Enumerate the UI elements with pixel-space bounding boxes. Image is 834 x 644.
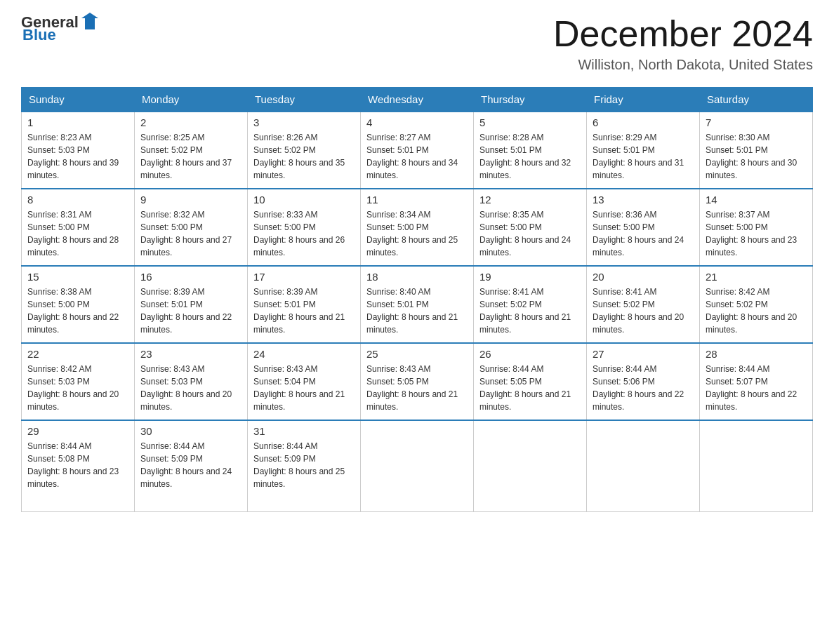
weekday-header-row: SundayMondayTuesdayWednesdayThursdayFrid… (22, 88, 813, 112)
day-info: Sunrise: 8:27 AMSunset: 5:01 PMDaylight:… (366, 131, 468, 182)
day-info: Sunrise: 8:39 AMSunset: 5:01 PMDaylight:… (253, 286, 355, 336)
week-row-1: 1Sunrise: 8:23 AMSunset: 5:03 PMDaylight… (22, 112, 813, 189)
calendar-cell: 18Sunrise: 8:40 AMSunset: 5:01 PMDayligh… (361, 266, 474, 343)
day-info: Sunrise: 8:39 AMSunset: 5:01 PMDaylight:… (140, 286, 241, 336)
day-number: 30 (140, 425, 241, 437)
calendar-cell: 9Sunrise: 8:32 AMSunset: 5:00 PMDaylight… (135, 189, 248, 266)
day-info: Sunrise: 8:43 AMSunset: 5:04 PMDaylight:… (253, 363, 355, 413)
calendar-cell: 14Sunrise: 8:37 AMSunset: 5:00 PMDayligh… (700, 189, 813, 266)
calendar-cell: 26Sunrise: 8:44 AMSunset: 5:05 PMDayligh… (474, 343, 587, 420)
day-info: Sunrise: 8:44 AMSunset: 5:07 PMDaylight:… (706, 363, 807, 413)
title-block: December 2024 Williston, North Dakota, U… (553, 14, 813, 73)
day-number: 31 (253, 425, 355, 437)
day-number: 6 (593, 116, 694, 128)
day-number: 8 (27, 194, 128, 206)
week-row-4: 22Sunrise: 8:42 AMSunset: 5:03 PMDayligh… (22, 343, 813, 420)
calendar-cell: 8Sunrise: 8:31 AMSunset: 5:00 PMDaylight… (22, 189, 135, 266)
day-info: Sunrise: 8:38 AMSunset: 5:00 PMDaylight:… (27, 286, 128, 336)
day-number: 16 (140, 271, 241, 283)
day-info: Sunrise: 8:36 AMSunset: 5:00 PMDaylight:… (593, 208, 694, 259)
day-number: 9 (140, 194, 241, 206)
day-info: Sunrise: 8:43 AMSunset: 5:05 PMDaylight:… (366, 363, 468, 413)
calendar-cell: 28Sunrise: 8:44 AMSunset: 5:07 PMDayligh… (700, 343, 813, 420)
calendar-cell: 1Sunrise: 8:23 AMSunset: 5:03 PMDaylight… (22, 112, 135, 189)
logo-blue-text: Blue (22, 27, 56, 43)
day-info: Sunrise: 8:28 AMSunset: 5:01 PMDaylight:… (479, 131, 581, 182)
week-row-5: 29Sunrise: 8:44 AMSunset: 5:08 PMDayligh… (22, 420, 813, 511)
weekday-header-saturday: Saturday (700, 88, 813, 112)
day-number: 24 (253, 348, 355, 360)
weekday-header-tuesday: Tuesday (248, 88, 361, 112)
calendar-cell: 5Sunrise: 8:28 AMSunset: 5:01 PMDaylight… (474, 112, 587, 189)
day-info: Sunrise: 8:33 AMSunset: 5:00 PMDaylight:… (253, 208, 355, 259)
day-number: 27 (593, 348, 694, 360)
week-row-3: 15Sunrise: 8:38 AMSunset: 5:00 PMDayligh… (22, 266, 813, 343)
logo-flag-icon (80, 11, 100, 31)
day-number: 21 (706, 271, 807, 283)
day-number: 12 (479, 194, 581, 206)
calendar-cell: 21Sunrise: 8:42 AMSunset: 5:02 PMDayligh… (700, 266, 813, 343)
weekday-header-thursday: Thursday (474, 88, 587, 112)
day-info: Sunrise: 8:44 AMSunset: 5:08 PMDaylight:… (27, 440, 128, 490)
calendar-cell: 29Sunrise: 8:44 AMSunset: 5:08 PMDayligh… (22, 420, 135, 511)
day-info: Sunrise: 8:29 AMSunset: 5:01 PMDaylight:… (593, 131, 694, 182)
day-info: Sunrise: 8:23 AMSunset: 5:03 PMDaylight:… (27, 131, 128, 182)
day-number: 11 (366, 194, 468, 206)
calendar-cell: 4Sunrise: 8:27 AMSunset: 5:01 PMDaylight… (361, 112, 474, 189)
day-number: 3 (253, 116, 355, 128)
day-info: Sunrise: 8:43 AMSunset: 5:03 PMDaylight:… (140, 363, 241, 413)
day-info: Sunrise: 8:35 AMSunset: 5:00 PMDaylight:… (479, 208, 581, 259)
day-info: Sunrise: 8:40 AMSunset: 5:01 PMDaylight:… (366, 286, 468, 336)
calendar-cell: 10Sunrise: 8:33 AMSunset: 5:00 PMDayligh… (248, 189, 361, 266)
weekday-header-friday: Friday (587, 88, 700, 112)
day-info: Sunrise: 8:41 AMSunset: 5:02 PMDaylight:… (593, 286, 694, 336)
day-number: 29 (27, 425, 128, 437)
calendar-cell: 17Sunrise: 8:39 AMSunset: 5:01 PMDayligh… (248, 266, 361, 343)
page-header: General Blue December 2024 Williston, No… (21, 14, 813, 73)
day-number: 22 (27, 348, 128, 360)
day-number: 26 (479, 348, 581, 360)
day-info: Sunrise: 8:30 AMSunset: 5:01 PMDaylight:… (706, 131, 807, 182)
day-info: Sunrise: 8:34 AMSunset: 5:00 PMDaylight:… (366, 208, 468, 259)
day-number: 18 (366, 271, 468, 283)
day-info: Sunrise: 8:44 AMSunset: 5:09 PMDaylight:… (140, 440, 241, 490)
day-info: Sunrise: 8:44 AMSunset: 5:05 PMDaylight:… (479, 363, 581, 413)
day-info: Sunrise: 8:37 AMSunset: 5:00 PMDaylight:… (706, 208, 807, 259)
weekday-header-wednesday: Wednesday (361, 88, 474, 112)
day-number: 19 (479, 271, 581, 283)
day-info: Sunrise: 8:32 AMSunset: 5:00 PMDaylight:… (140, 208, 241, 259)
calendar-cell (700, 420, 813, 511)
logo: General Blue (21, 14, 100, 43)
calendar-cell: 23Sunrise: 8:43 AMSunset: 5:03 PMDayligh… (135, 343, 248, 420)
day-info: Sunrise: 8:44 AMSunset: 5:09 PMDaylight:… (253, 440, 355, 490)
day-number: 2 (140, 116, 241, 128)
day-info: Sunrise: 8:44 AMSunset: 5:06 PMDaylight:… (593, 363, 694, 413)
calendar-cell: 12Sunrise: 8:35 AMSunset: 5:00 PMDayligh… (474, 189, 587, 266)
day-info: Sunrise: 8:26 AMSunset: 5:02 PMDaylight:… (253, 131, 355, 182)
day-info: Sunrise: 8:41 AMSunset: 5:02 PMDaylight:… (479, 286, 581, 336)
calendar-cell: 3Sunrise: 8:26 AMSunset: 5:02 PMDaylight… (248, 112, 361, 189)
calendar-cell: 24Sunrise: 8:43 AMSunset: 5:04 PMDayligh… (248, 343, 361, 420)
day-number: 7 (706, 116, 807, 128)
day-number: 1 (27, 116, 128, 128)
month-title: December 2024 (553, 14, 813, 54)
day-number: 10 (253, 194, 355, 206)
calendar-cell: 6Sunrise: 8:29 AMSunset: 5:01 PMDaylight… (587, 112, 700, 189)
weekday-header-monday: Monday (135, 88, 248, 112)
calendar-cell: 27Sunrise: 8:44 AMSunset: 5:06 PMDayligh… (587, 343, 700, 420)
day-number: 5 (479, 116, 581, 128)
calendar-cell: 16Sunrise: 8:39 AMSunset: 5:01 PMDayligh… (135, 266, 248, 343)
day-number: 28 (706, 348, 807, 360)
day-info: Sunrise: 8:25 AMSunset: 5:02 PMDaylight:… (140, 131, 241, 182)
calendar-cell: 25Sunrise: 8:43 AMSunset: 5:05 PMDayligh… (361, 343, 474, 420)
calendar-cell (361, 420, 474, 511)
weekday-header-sunday: Sunday (22, 88, 135, 112)
day-number: 17 (253, 271, 355, 283)
calendar-cell: 7Sunrise: 8:30 AMSunset: 5:01 PMDaylight… (700, 112, 813, 189)
calendar-cell: 11Sunrise: 8:34 AMSunset: 5:00 PMDayligh… (361, 189, 474, 266)
calendar-cell: 30Sunrise: 8:44 AMSunset: 5:09 PMDayligh… (135, 420, 248, 511)
logo-icon: General Blue (21, 14, 100, 43)
calendar-cell: 2Sunrise: 8:25 AMSunset: 5:02 PMDaylight… (135, 112, 248, 189)
calendar-cell (474, 420, 587, 511)
calendar-cell: 31Sunrise: 8:44 AMSunset: 5:09 PMDayligh… (248, 420, 361, 511)
